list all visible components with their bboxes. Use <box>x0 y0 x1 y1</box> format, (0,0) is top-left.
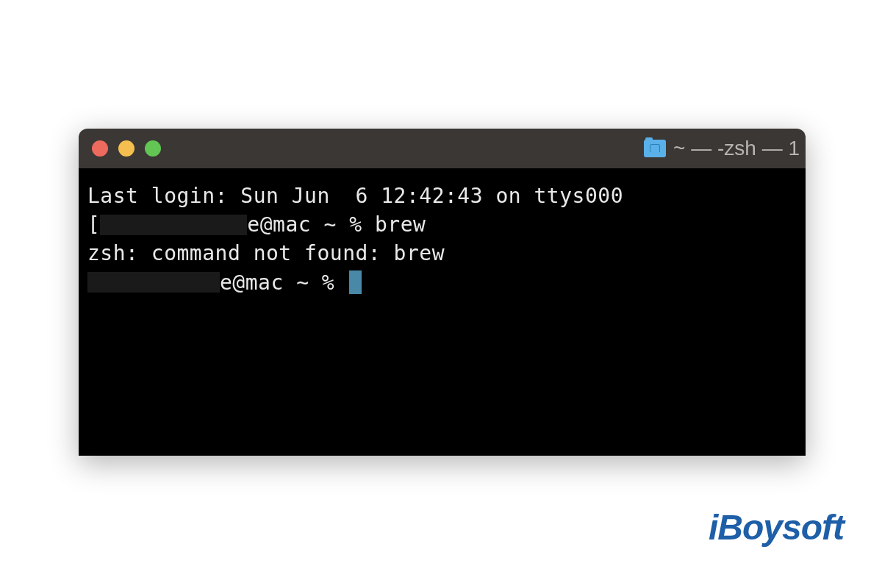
redacted-username <box>100 215 247 235</box>
last-login-line: Last login: Sun Jun 6 12:42:43 on ttys00… <box>87 182 797 210</box>
close-icon[interactable] <box>92 140 108 157</box>
terminal-body[interactable]: Last login: Sun Jun 6 12:42:43 on ttys00… <box>79 168 806 456</box>
prompt-line-1: [e@mac ~ % brew <box>87 210 797 239</box>
home-folder-icon <box>644 140 666 157</box>
maximize-icon[interactable] <box>145 140 161 157</box>
watermark-logo: iBoysoft <box>709 507 844 548</box>
error-output-line: zsh: command not found: brew <box>87 239 797 268</box>
window-title: ~ — -zsh — 1 <box>673 137 800 160</box>
cursor-icon <box>349 270 362 294</box>
traffic-lights <box>92 140 161 157</box>
window-title-area: ~ — -zsh — 1 <box>644 137 806 160</box>
redacted-username <box>87 272 220 293</box>
terminal-window: ~ — -zsh — 1 Last login: Sun Jun 6 12:42… <box>79 129 806 456</box>
minimize-icon[interactable] <box>118 140 135 157</box>
title-bar[interactable]: ~ — -zsh — 1 <box>79 129 806 168</box>
prompt-line-2: e@mac ~ % <box>87 268 797 297</box>
